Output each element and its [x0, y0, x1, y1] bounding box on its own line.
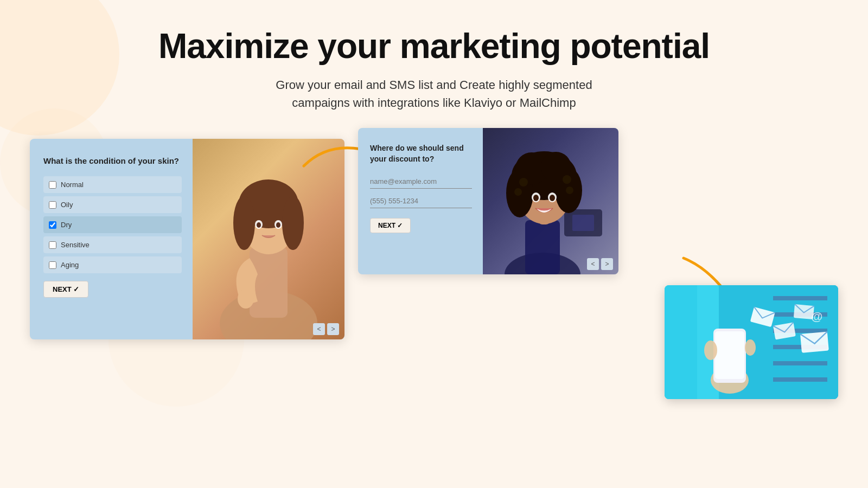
quiz-option-sensitive[interactable]: Sensitive [43, 236, 182, 253]
quiz-checkbox-sensitive[interactable] [49, 241, 56, 249]
svg-point-6 [282, 196, 304, 250]
email-question: Where do we should send your discount to… [370, 143, 472, 164]
quiz-navigation: < > [313, 323, 339, 335]
email-input[interactable] [370, 175, 472, 189]
email-prev-button[interactable]: < [587, 258, 599, 270]
email-right-panel [483, 128, 618, 274]
header: Maximize your marketing potential Grow y… [0, 0, 868, 112]
quiz-checkbox-dry[interactable] [49, 221, 56, 229]
quiz-option-dry[interactable]: Dry [43, 216, 182, 233]
quiz-next-button[interactable]: NEXT ✓ [43, 281, 88, 298]
quiz-option-oily[interactable]: Oily [43, 196, 182, 213]
quiz-checkbox-oily[interactable] [49, 201, 56, 209]
svg-text:@: @ [811, 310, 822, 323]
email-background-image [483, 128, 618, 274]
svg-point-5 [233, 196, 255, 250]
phone-input[interactable] [370, 194, 472, 208]
page-title: Maximize your marketing potential [0, 27, 868, 65]
email-widget: Where do we should send your discount to… [358, 128, 618, 274]
quiz-checkbox-aging[interactable] [49, 261, 56, 269]
quiz-option-normal-label: Normal [61, 181, 84, 189]
email-left-panel: Where do we should send your discount to… [358, 128, 483, 274]
svg-point-9 [257, 222, 261, 228]
email-navigation: < > [587, 258, 613, 270]
svg-rect-41 [773, 361, 827, 365]
quiz-checkbox-normal[interactable] [49, 181, 56, 189]
svg-point-30 [533, 195, 539, 201]
quiz-option-aging-label: Aging [61, 261, 79, 269]
svg-point-25 [514, 188, 522, 196]
page-subtitle: Grow your email and SMS list and Create … [0, 76, 868, 112]
quiz-widget: What is the condition of your skin? Norm… [30, 139, 344, 339]
svg-point-24 [519, 178, 528, 187]
email-next-nav-button[interactable]: > [601, 258, 613, 270]
svg-point-31 [550, 195, 555, 201]
quiz-prev-button[interactable]: < [313, 323, 325, 335]
svg-rect-16 [525, 220, 560, 274]
quiz-option-normal[interactable]: Normal [43, 176, 182, 193]
svg-point-47 [704, 341, 717, 360]
woman2-illustration [488, 128, 613, 274]
svg-rect-46 [715, 331, 744, 379]
svg-point-48 [745, 339, 756, 356]
svg-rect-34 [665, 285, 697, 399]
quiz-option-dry-label: Dry [61, 221, 72, 229]
svg-rect-1 [250, 247, 288, 318]
quiz-question: What is the condition of your skin? [43, 155, 182, 166]
email-next-button[interactable]: NEXT ✓ [370, 218, 411, 233]
svg-point-11 [238, 289, 254, 309]
svg-rect-37 [773, 296, 827, 300]
phone-background-image: @ [665, 285, 838, 399]
svg-point-27 [566, 187, 573, 194]
quiz-option-aging[interactable]: Aging [43, 256, 182, 273]
phone-widget: @ [665, 285, 838, 399]
quiz-option-oily-label: Oily [61, 201, 73, 209]
svg-rect-14 [572, 215, 594, 231]
svg-point-10 [276, 222, 280, 228]
quiz-option-sensitive-label: Sensitive [61, 241, 90, 249]
quiz-left-panel: What is the condition of your skin? Norm… [30, 139, 193, 339]
svg-point-26 [563, 175, 571, 184]
phone-background-svg: @ [665, 285, 838, 399]
quiz-next-nav-button[interactable]: > [327, 323, 339, 335]
svg-rect-42 [773, 377, 827, 382]
content-area: What is the condition of your skin? Norm… [0, 128, 868, 453]
